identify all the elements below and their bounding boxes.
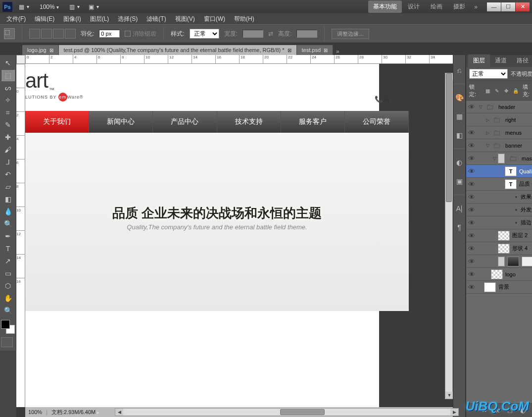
scroll-thumb[interactable] <box>280 409 325 415</box>
document-tab[interactable]: test.psd⊠ <box>297 45 334 55</box>
arrange-dropdown[interactable]: ▥ <box>67 2 82 11</box>
layer-name[interactable]: 效果 <box>521 193 532 201</box>
expand-toggle-icon[interactable]: ▽ <box>477 104 484 109</box>
mask-link-icon[interactable] <box>498 257 505 266</box>
layer-thumbnail[interactable]: 🗀 <box>484 102 496 112</box>
layer-row[interactable]: 👁logo <box>466 268 532 281</box>
layer-row[interactable]: 👁●效果 <box>466 191 532 204</box>
lock-all-icon[interactable]: 🔒 <box>512 87 520 95</box>
layer-row[interactable]: ▷🗀right <box>466 113 532 126</box>
pen-tool-icon[interactable]: ✒ <box>1 230 15 242</box>
brush-tool-icon[interactable]: 🖌 <box>1 144 15 156</box>
visibility-toggle-icon[interactable]: 👁 <box>466 129 477 137</box>
layer-row[interactable]: 👁背景🔒 <box>466 281 532 294</box>
layer-row[interactable]: 👁TQuality,The co...fx ▾ <box>466 165 532 178</box>
menu-image[interactable]: 图像(I) <box>59 13 85 25</box>
horizontal-scrollbar[interactable]: ◀ ▶ <box>115 408 459 416</box>
visibility-toggle-icon[interactable]: 👁 <box>466 180 477 188</box>
visibility-toggle-icon[interactable]: 👁 <box>466 167 477 175</box>
healing-tool-icon[interactable]: ✚ <box>1 131 15 143</box>
foreground-color[interactable] <box>1 320 10 329</box>
window-minimize-button[interactable]: — <box>487 2 501 11</box>
layer-thumbnail[interactable]: 🗀 <box>507 154 519 163</box>
layer-thumbnail[interactable] <box>498 244 510 254</box>
lasso-tool-icon[interactable]: ᔕ <box>1 82 15 94</box>
layer-name[interactable]: 品质 企业未... <box>519 180 532 188</box>
path-tool-icon[interactable]: ↗ <box>1 255 15 267</box>
move-tool-icon[interactable]: ↖ <box>1 57 15 69</box>
layer-thumbnail[interactable]: 🗀 <box>491 141 503 151</box>
visibility-toggle-icon[interactable]: 👁 <box>466 219 477 227</box>
layer-name[interactable]: 形状 4 <box>512 245 532 252</box>
layer-row[interactable]: 👁▽🗀header <box>466 101 532 113</box>
swatches-panel-icon[interactable]: ▦ <box>454 111 465 122</box>
layer-name[interactable]: 背景 <box>498 283 532 291</box>
status-zoom[interactable]: 100% <box>28 409 42 415</box>
expand-toggle-icon[interactable]: ▷ <box>484 130 491 135</box>
vertical-ruler[interactable]: 0246810121416 <box>16 64 25 407</box>
adjustment-layer-icon[interactable]: ◐ <box>518 406 528 416</box>
gradient-tool-icon[interactable]: ◧ <box>1 193 15 205</box>
layer-thumbnail[interactable]: T <box>505 179 517 189</box>
tab-overflow-icon[interactable]: » <box>333 48 342 55</box>
workspace-photography[interactable]: 摄影 <box>448 0 470 13</box>
layer-thumbnail[interactable] <box>491 269 503 279</box>
workspace-painting[interactable]: 绘画 <box>426 0 447 13</box>
scroll-thumb[interactable] <box>446 73 452 202</box>
quick-mask-button[interactable] <box>1 337 13 347</box>
selection-add-button[interactable] <box>41 29 52 39</box>
nav-products[interactable]: 产品中心 <box>153 111 217 133</box>
layer-name[interactable]: right <box>505 117 532 123</box>
visibility-toggle-icon[interactable]: 👁 <box>466 245 477 253</box>
layer-row[interactable]: 👁图层 2 <box>466 229 532 242</box>
document-tab[interactable]: test.psd @ 100% (Quality,The company's f… <box>59 45 297 55</box>
visibility-toggle-icon[interactable]: 👁 <box>466 270 477 278</box>
selection-subtract-button[interactable] <box>53 29 64 39</box>
crop-tool-icon[interactable]: ⌗ <box>1 106 15 118</box>
menu-select[interactable]: 选择(S) <box>114 13 142 25</box>
document-tab[interactable]: logo.jpg⊠ <box>22 45 59 55</box>
canvas-viewport[interactable]: art ™ LUTIONS BY emWare® 📞 H 关于我们 新闻中心 产… <box>25 64 453 407</box>
horizontal-ruler[interactable]: 0246810121416182022242628303234 <box>25 55 453 64</box>
scroll-right-icon[interactable]: ▶ <box>450 409 458 416</box>
visibility-toggle-icon[interactable]: 👁 <box>466 103 477 111</box>
close-icon[interactable]: ⊠ <box>49 48 53 53</box>
visibility-toggle-icon[interactable]: 👁 <box>466 258 477 265</box>
scroll-down-icon[interactable]: ▼ <box>445 392 453 399</box>
layer-name[interactable]: 描边 <box>521 219 532 226</box>
styles-panel-icon[interactable]: ◧ <box>454 130 465 141</box>
tab-layers[interactable]: 图层 <box>468 54 490 67</box>
layer-name[interactable]: menus <box>505 130 532 136</box>
tool-preset-icon[interactable]: ⬚ <box>4 28 15 39</box>
style-select[interactable]: 正常 <box>190 29 219 39</box>
window-maximize-button[interactable]: ☐ <box>501 2 515 11</box>
hand-tool-icon[interactable]: ✋ <box>1 292 15 304</box>
close-icon[interactable]: ⊠ <box>288 48 291 53</box>
nav-service[interactable]: 服务客户 <box>281 111 345 133</box>
menu-filter[interactable]: 滤镜(T) <box>143 13 170 25</box>
blend-mode-select[interactable]: 正常 <box>469 69 508 79</box>
workspace-essentials[interactable]: 基本功能 <box>368 0 402 13</box>
ruler-origin[interactable] <box>16 55 25 64</box>
magic-wand-tool-icon[interactable]: ✧ <box>1 94 15 106</box>
workspace-more-icon[interactable]: » <box>471 3 481 10</box>
menu-help[interactable]: 帮助(H) <box>230 13 258 25</box>
paragraph-panel-icon[interactable]: ¶ <box>454 222 465 233</box>
layer-row[interactable]: 👁形状 3fx ▾ <box>466 255 532 268</box>
marquee-tool-icon[interactable]: ⬚ <box>1 69 15 81</box>
selection-intersect-button[interactable] <box>65 29 76 39</box>
stamp-tool-icon[interactable]: ⅃ <box>1 156 15 168</box>
history-panel-icon[interactable]: ⎌ <box>454 65 465 76</box>
antialias-checkbox[interactable]: 消除锯齿 <box>125 30 156 38</box>
menu-edit[interactable]: 编辑(E) <box>31 13 58 25</box>
lock-transparency-icon[interactable]: ▦ <box>484 87 491 95</box>
visibility-toggle-icon[interactable]: 👁 <box>466 155 477 162</box>
refine-edge-button[interactable]: 调整边缘... <box>332 29 369 39</box>
eraser-tool-icon[interactable]: ▱ <box>1 181 15 193</box>
masks-panel-icon[interactable]: ▣ <box>454 176 465 187</box>
layer-name[interactable]: mask <box>522 156 532 161</box>
vertical-scrollbar[interactable]: ▲ ▼ <box>445 73 453 399</box>
expand-toggle-icon[interactable]: ▽ <box>484 143 491 148</box>
visibility-toggle-icon[interactable]: 👁 <box>466 142 477 150</box>
window-close-button[interactable]: ✕ <box>516 2 530 11</box>
